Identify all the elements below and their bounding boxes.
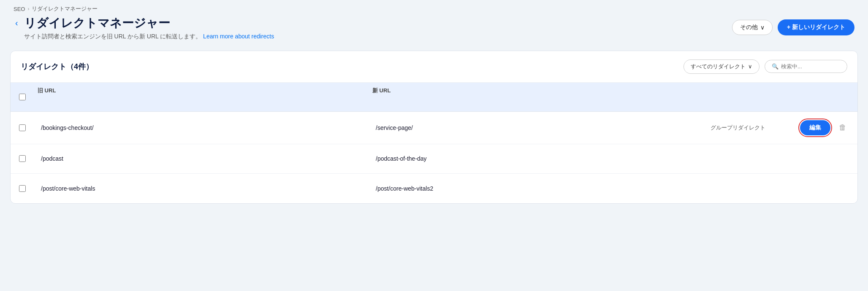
delete-icon: 🗑 — [839, 123, 846, 132]
filter-label: すべてのリダイレクト — [691, 63, 746, 70]
row-2-checkbox[interactable] — [19, 155, 26, 162]
row-3-action-cell — [792, 182, 834, 195]
header-checkbox-cell[interactable] — [17, 87, 38, 107]
row-1-checkbox-cell[interactable] — [17, 118, 38, 138]
table-row: /post/core-web-vitals /post/core-web-vit… — [11, 174, 857, 203]
learn-more-link[interactable]: Learn more about redirects — [203, 33, 274, 40]
card-header-right: すべてのリダイレクト ∨ 🔍 — [684, 59, 847, 74]
row-2-action-cell — [792, 152, 834, 165]
page-title-block: リダイレクトマネージャー サイト訪問者と検索エンジンを旧 URL から新 URL… — [24, 16, 274, 40]
edit-button-highlight: 編集 — [798, 119, 832, 137]
subtitle-text: サイト訪問者と検索エンジンを旧 URL から新 URL に転送します。 — [24, 33, 202, 40]
row-2-old-url: /podcast — [38, 148, 372, 169]
breadcrumb-parent[interactable]: SEO — [14, 6, 25, 12]
header-actions: その他 ∨ + 新しいリダイレクト — [732, 19, 854, 35]
row-1-edit-button[interactable]: 編集 — [800, 120, 830, 135]
table-header: 旧 URL 新 URL — [11, 83, 857, 112]
select-all-checkbox[interactable] — [19, 94, 26, 100]
filter-dropdown[interactable]: すべてのリダイレクト ∨ — [684, 59, 760, 74]
row-3-old-url: /post/core-web-vitals — [38, 178, 372, 199]
breadcrumb-separator: › — [27, 6, 29, 12]
breadcrumb: SEO › リダイレクトマネージャー — [0, 0, 868, 16]
card-header: リダイレクト（4件） すべてのリダイレクト ∨ 🔍 — [11, 51, 857, 83]
row-3-checkbox[interactable] — [19, 185, 26, 192]
search-box[interactable]: 🔍 — [765, 60, 847, 73]
new-redirect-button[interactable]: + 新しいリダイレクト — [778, 19, 854, 35]
table-row: /bookings-checkout/ /service-page/ グループリ… — [11, 112, 857, 144]
row-3-checkbox-cell[interactable] — [17, 178, 38, 199]
row-2-new-url: /podcast-of-the-day — [372, 148, 707, 169]
back-button[interactable]: ‹ — [14, 19, 20, 27]
page-header-left: ‹ リダイレクトマネージャー サイト訪問者と検索エンジンを旧 URL から新 U… — [14, 16, 274, 40]
row-1-new-url: /service-page/ — [372, 118, 707, 138]
row-1-tag: グループリダイレクト — [707, 117, 792, 138]
search-input[interactable] — [781, 63, 840, 70]
table-row: /podcast /podcast-of-the-day — [11, 144, 857, 174]
row-3-tag — [707, 182, 792, 195]
row-1-delete-cell: 🗑 — [834, 115, 851, 140]
page-header: ‹ リダイレクトマネージャー サイト訪問者と検索エンジンを旧 URL から新 U… — [0, 16, 868, 51]
row-2-checkbox-cell[interactable] — [17, 148, 38, 169]
breadcrumb-current: リダイレクトマネージャー — [32, 5, 98, 13]
row-2-tag — [707, 152, 792, 165]
col-new-url: 新 URL — [372, 87, 707, 107]
page-title: リダイレクトマネージャー — [24, 16, 274, 30]
filter-chevron-icon: ∨ — [748, 63, 752, 70]
col-old-url: 旧 URL — [38, 87, 372, 107]
card-title: リダイレクト（4件） — [21, 62, 93, 72]
row-1-old-url: /bookings-checkout/ — [38, 118, 372, 138]
row-1-action-cell: 編集 — [792, 112, 834, 144]
page-subtitle: サイト訪問者と検索エンジンを旧 URL から新 URL に転送します。 Lear… — [24, 33, 274, 40]
row-1-delete-button[interactable]: 🗑 — [836, 121, 849, 134]
row-1-checkbox[interactable] — [19, 124, 26, 131]
other-button[interactable]: その他 ∨ — [732, 20, 773, 35]
chevron-down-icon: ∨ — [760, 24, 765, 31]
search-icon: 🔍 — [772, 63, 778, 70]
main-card: リダイレクト（4件） すべてのリダイレクト ∨ 🔍 旧 URL 新 URL /b… — [10, 51, 858, 204]
other-button-label: その他 — [740, 24, 758, 31]
row-3-new-url: /post/core-web-vitals2 — [372, 178, 707, 199]
